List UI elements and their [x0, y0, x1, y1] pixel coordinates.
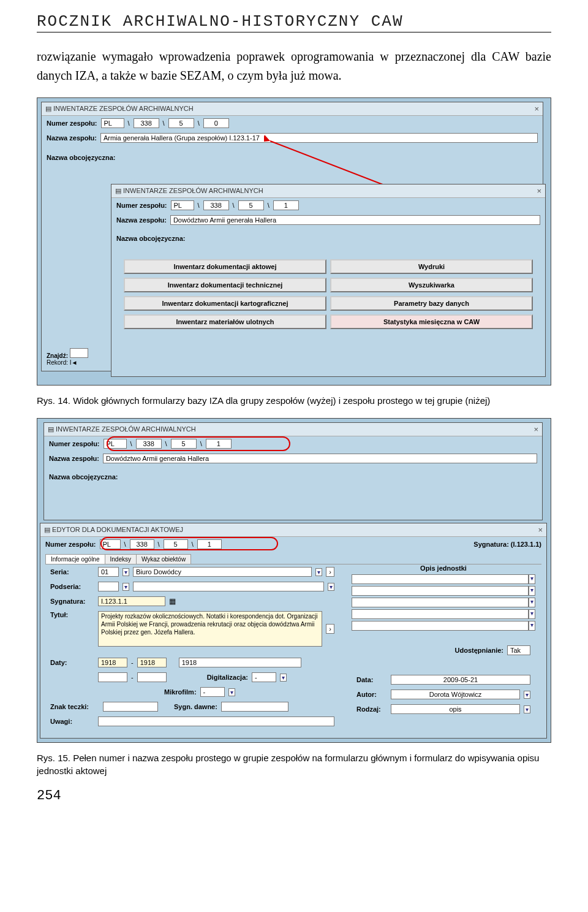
opis-field[interactable] [352, 586, 529, 596]
znak-input[interactable] [103, 702, 158, 712]
opis-field[interactable] [352, 621, 529, 631]
figure-14-caption: Rys. 14. Widok głównych formularzy bazy … [37, 394, 551, 407]
numer-label: Numer zespołu: [116, 202, 167, 209]
num-part-1[interactable]: PL [101, 118, 124, 128]
form-icon: ▤ EDYTOR DLA DOKUMENTACJI AKTOWEJ [44, 526, 183, 534]
rodzaj-input[interactable]: opis [391, 704, 520, 714]
btn-tech[interactable]: Inwentarz dokumentacji technicznej [124, 278, 326, 292]
dropdown-icon[interactable]: ▾ [123, 568, 129, 576]
dropdown-icon[interactable]: ▾ [529, 598, 535, 607]
btn-karto[interactable]: Inwentarz dokumentacji kartograficznej [124, 296, 326, 311]
dropdown-icon[interactable]: ▾ [529, 586, 535, 596]
foreign-label: Nazwa obcojęzyczna: [116, 235, 185, 242]
udost-input[interactable]: Tak [507, 645, 530, 655]
sygnatura-header-label: Sygnatura: (I.123.1.1) [473, 541, 541, 548]
figure-15: ▤ INWENTARZE ZESPOŁÓW ARCHIWALNYCH × Num… [37, 418, 551, 743]
opis-field[interactable] [352, 598, 529, 607]
udost-label: Udostępnianie: [455, 647, 503, 654]
window-title: INWENTARZE ZESPOŁÓW ARCHIWALNYCH [56, 425, 196, 433]
digitalizacja-label: Digitalizacja: [207, 674, 248, 681]
red-ellipse-annotation [100, 537, 278, 550]
podseria-label: Podseria: [50, 583, 94, 590]
dropdown-icon[interactable]: ▾ [123, 583, 129, 591]
dropdown-icon[interactable]: ▾ [328, 583, 334, 591]
dropdown-icon[interactable]: ▾ [524, 705, 530, 713]
dropdown-icon[interactable]: ▾ [524, 691, 530, 699]
close-icon[interactable]: × [537, 186, 541, 196]
autor-label: Autor: [356, 691, 387, 698]
expand-button[interactable]: › [326, 624, 334, 634]
tytul-input[interactable]: Projekty rozkazów okolicznościowych. Not… [98, 611, 322, 647]
num-part-2[interactable]: 338 [203, 200, 229, 210]
date-extra[interactable]: 1918 [179, 658, 301, 667]
btn-stats[interactable]: Statystyka miesięczna w CAW [330, 314, 533, 329]
digitalizacja-input[interactable]: - [252, 672, 276, 682]
opis-label: Opis jednostki [352, 564, 535, 572]
num-part-1[interactable]: PL [171, 200, 194, 210]
podseria-text[interactable] [133, 582, 324, 591]
record-nav[interactable]: Rekord: I◄ [47, 359, 88, 366]
find-input[interactable] [70, 348, 88, 358]
dropdown-icon[interactable]: ▾ [529, 574, 535, 584]
date-to[interactable]: 1918 [137, 658, 167, 667]
page-header: ROCZNIK ARCHIWALNO-HISTORYCZNY CAW [37, 12, 551, 32]
btn-wydruki[interactable]: Wydruki [330, 259, 533, 274]
btn-ulotne[interactable]: Inwentarz materiałów ulotnych [124, 314, 326, 329]
close-icon[interactable]: × [538, 525, 543, 534]
dropdown-icon[interactable]: ▾ [529, 621, 535, 631]
num-part-2[interactable]: 338 [134, 118, 159, 128]
window-title: INWENTARZE ZESPOŁÓW ARCHIWALNYCH [123, 187, 263, 194]
sygnatura-icon[interactable]: ▦ [169, 597, 176, 606]
date-from-2[interactable] [98, 672, 127, 682]
data-input[interactable]: 2009-05-21 [391, 675, 530, 685]
foreign-label: Nazwa obcojęzyczna: [47, 154, 115, 161]
nazwa-input[interactable]: Dowództwo Armii generała Hallera [103, 454, 537, 463]
podseria-code[interactable] [98, 582, 119, 591]
opis-field[interactable] [352, 609, 529, 619]
tab-indexes[interactable]: Indeksy [105, 554, 137, 564]
sygnatura-label: Sygnatura: [50, 598, 94, 605]
date-from[interactable]: 1918 [98, 658, 127, 667]
dropdown-icon[interactable]: ▾ [315, 568, 322, 576]
numer-label: Numer zespołu: [45, 541, 96, 548]
nazwa-label: Nazwa zespołu: [47, 134, 97, 142]
red-ellipse-annotation [107, 436, 290, 451]
find-label: Znajdź: [47, 352, 68, 359]
num-part-3[interactable]: 5 [168, 118, 194, 128]
num-part-4[interactable]: 0 [203, 118, 229, 128]
seria-code[interactable]: 01 [98, 567, 119, 577]
btn-akt[interactable]: Inwentarz dokumentacji aktowej [124, 259, 326, 274]
seria-label: Seria: [50, 568, 94, 576]
mikrofilm-label: Mikrofilm: [164, 688, 197, 696]
dropdown-icon[interactable]: ▾ [280, 674, 287, 682]
window-title: INWENTARZE ZESPOŁÓW ARCHIWALNYCH [53, 105, 194, 112]
uwagi-input[interactable] [98, 716, 334, 726]
dropdown-icon[interactable]: ▾ [529, 609, 535, 619]
autor-input[interactable]: Dorota Wójtowicz [391, 690, 520, 699]
nazwa-input[interactable]: Dowództwo Armii generała Hallera [170, 215, 540, 225]
tab-objects[interactable]: Wykaz obiektów [136, 554, 191, 564]
seria-text[interactable]: Biuro Dowódcy [133, 567, 312, 577]
tab-general[interactable]: Informacje ogólne [45, 554, 105, 564]
date-to-2[interactable] [137, 672, 167, 682]
page-number: 254 [37, 788, 551, 804]
close-icon[interactable]: × [533, 425, 538, 434]
sygn-dawne-input[interactable] [221, 702, 288, 712]
btn-params[interactable]: Parametry bazy danych [330, 296, 533, 311]
body-paragraph: rozwiązanie wymagało wprowadzenia popraw… [37, 47, 551, 85]
form-icon: ▤ INWENTARZE ZESPOŁÓW ARCHIWALNYCH [115, 187, 263, 195]
sygnatura-input[interactable]: I.123.1.1 [98, 596, 165, 606]
num-part-3[interactable]: 5 [238, 200, 264, 210]
znak-label: Znak teczki: [50, 703, 99, 710]
mikrofilm-input[interactable]: - [200, 687, 225, 697]
daty-label: Daty: [50, 659, 94, 666]
window-title: EDYTOR DLA DOKUMENTACJI AKTOWEJ [52, 526, 183, 533]
nazwa-label: Nazwa zespołu: [116, 216, 167, 224]
num-part-4[interactable]: 1 [273, 200, 299, 210]
btn-search[interactable]: Wyszukiwarka [330, 278, 533, 292]
expand-button[interactable]: › [326, 567, 334, 577]
opis-field[interactable] [352, 574, 529, 584]
dropdown-icon[interactable]: ▾ [228, 688, 235, 696]
foreign-label: Nazwa obcojęzyczna: [49, 473, 118, 481]
close-icon[interactable]: × [534, 104, 539, 113]
